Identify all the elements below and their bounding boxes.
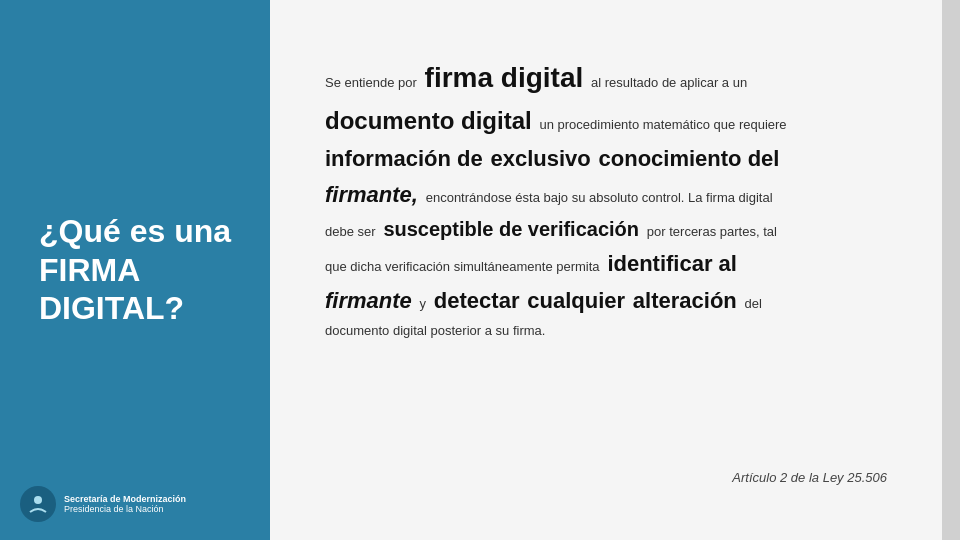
text-conocimiento-del: conocimiento del (599, 146, 780, 171)
text-firma-digital: firma digital (425, 62, 584, 93)
text-cierre: documento digital posterior a su firma. (325, 323, 545, 338)
slide-title: ¿Qué es una FIRMA DIGITAL? (39, 212, 231, 327)
text-detectar: detectar (434, 288, 520, 313)
text-firmante2: firmante (325, 288, 412, 313)
text-que-dicha: que dicha verificación simultáneamente p… (325, 259, 600, 274)
left-panel: ¿Qué es una FIRMA DIGITAL? Secretaría de… (0, 0, 270, 540)
text-after-firmante: encontrándose ésta bajo su absoluto cont… (426, 190, 773, 205)
text-identificar: identificar al (607, 251, 737, 276)
logo-line1: Secretaría de Modernización (64, 494, 186, 504)
logo-icon (20, 486, 56, 522)
text-y: y (420, 296, 427, 311)
logo-line2: Presidencia de la Nación (64, 504, 186, 514)
text-intro: Se entiende por (325, 75, 417, 90)
text-informacion: información de (325, 146, 483, 171)
text-debe-ser: debe ser (325, 224, 376, 239)
right-panel: Se entiende por firma digital al resulta… (270, 0, 942, 540)
text-cualquier: cualquier (527, 288, 625, 313)
text-firmante: firmante, (325, 182, 418, 207)
text-del: del (745, 296, 762, 311)
logo-text: Secretaría de Modernización Presidencia … (64, 494, 186, 514)
text-after-susc: por terceras partes, tal (647, 224, 777, 239)
page-container: ¿Qué es una FIRMA DIGITAL? Secretaría de… (0, 0, 960, 540)
text-after-doc: un procedimiento matemático que requiere (539, 117, 786, 132)
logo-area: Secretaría de Modernización Presidencia … (20, 486, 186, 522)
title-line2: FIRMA (39, 252, 140, 288)
title-line3: DIGITAL? (39, 290, 184, 326)
text-after-firma: al resultado de aplicar a un (591, 75, 747, 90)
article-reference: Artículo 2 de la Ley 25.506 (732, 470, 887, 485)
title-line1: ¿Qué es una (39, 213, 231, 249)
content-paragraph: Se entiende por firma digital al resulta… (325, 55, 887, 342)
text-exclusivo: exclusivo (490, 146, 590, 171)
text-alteracion: alteración (633, 288, 737, 313)
text-documento-digital: documento digital (325, 107, 532, 134)
right-decorative-strip (942, 0, 960, 540)
text-susceptible: susceptible de verificación (383, 218, 639, 240)
svg-point-0 (34, 496, 42, 504)
